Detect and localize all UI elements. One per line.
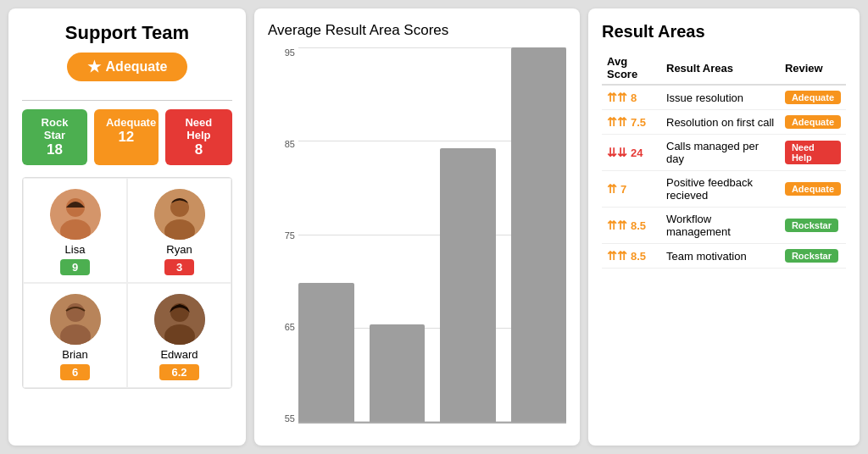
member-name-brian: Brian	[62, 348, 87, 361]
review-cell-3: Adequate	[780, 171, 846, 208]
team-member-edward: Edward 6.2	[127, 283, 231, 388]
member-score-brian: 6	[60, 364, 90, 380]
score-cell-3: ⇈ 7	[602, 171, 661, 208]
score-badges-group: Rock Star 18 Adequate 12 Need Help 8	[22, 109, 232, 165]
rockstar-label: Rock Star	[42, 116, 69, 141]
review-cell-2: Need Help	[780, 135, 846, 171]
member-name-edward: Edward	[160, 348, 198, 361]
area-cell-3: Positive feedback recieved	[661, 171, 780, 208]
table-row: ⇊⇊ 24 Calls managed per day Need Help	[602, 135, 846, 171]
y-axis: 95 85 75 65 55	[268, 47, 295, 424]
y-label-65: 65	[285, 322, 295, 332]
area-cell-0: Issue resolution	[661, 85, 780, 110]
arrow-icon-1: ⇈⇈	[607, 115, 627, 129]
arrow-icon-4: ⇈⇈	[607, 219, 627, 232]
member-name-ryan: Ryan	[166, 243, 192, 256]
support-team-title: Support Team	[65, 22, 189, 44]
avatar-edward	[154, 294, 205, 345]
arrow-icon-5: ⇈⇈	[607, 249, 627, 263]
y-label-75: 75	[285, 230, 295, 241]
adequate-label: Adequate	[106, 59, 168, 75]
chart-bars	[298, 47, 566, 424]
chart-panel: Average Result Area Scores 95 85 75 65 5…	[254, 8, 580, 446]
star-icon: ★	[87, 58, 101, 76]
rockstar-badge: Rock Star 18	[22, 109, 87, 165]
result-areas-title: Result Areas	[602, 22, 846, 42]
member-score-lisa: 9	[60, 259, 90, 275]
header-result-areas: Result Areas	[661, 52, 780, 85]
table-row: ⇈⇈ 8 Issue resolution Adequate	[602, 85, 846, 110]
table-row: ⇈ 7 Positive feedback recieved Adequate	[602, 171, 846, 208]
bar-4	[511, 47, 567, 422]
y-label-95: 95	[285, 47, 295, 58]
area-cell-5: Team motivation	[661, 244, 780, 269]
needhelp-label: Need Help	[185, 116, 212, 141]
main-container: Support Team ★ Adequate Rock Star 18 Ade…	[0, 0, 868, 454]
score-cell-0: ⇈⇈ 8	[602, 85, 661, 110]
adequate-score-label: Adequate	[106, 116, 156, 129]
result-table: Avg Score Result Areas Review ⇈⇈ 8 Issue…	[602, 52, 846, 269]
area-cell-1: Resolution on first call	[661, 110, 780, 135]
review-badge-0: Adequate	[785, 91, 841, 104]
table-row: ⇈⇈ 7.5 Resolution on first call Adequate	[602, 110, 846, 135]
chart-area: 95 85 75 65 55	[268, 47, 566, 432]
review-badge-4: Rockstar	[785, 219, 838, 232]
review-badge-1: Adequate	[785, 115, 841, 129]
svg-point-7	[66, 303, 85, 322]
score-cell-4: ⇈⇈ 8.5	[602, 208, 661, 244]
table-row: ⇈⇈ 8.5 Workflow management Rockstar	[602, 208, 846, 244]
score-value-5: 8.5	[631, 250, 646, 263]
area-cell-2: Calls managed per day	[661, 135, 780, 171]
team-member-ryan: Ryan 3	[127, 178, 231, 283]
divider-1	[22, 100, 232, 101]
review-badge-5: Rockstar	[785, 249, 838, 263]
bar-2	[370, 324, 426, 422]
arrow-icon-2: ⇊⇊	[607, 146, 627, 159]
review-cell-4: Rockstar	[780, 208, 846, 244]
y-label-85: 85	[285, 139, 295, 149]
review-badge-2: Need Help	[785, 141, 841, 164]
needhelp-badge: Need Help 8	[165, 109, 232, 165]
arrow-icon-0: ⇈⇈	[607, 91, 627, 104]
y-label-55: 55	[285, 413, 295, 424]
score-cell-5: ⇈⇈ 8.5	[602, 244, 661, 269]
team-member-brian: Brian 6	[23, 283, 127, 388]
header-avg-score: Avg Score	[602, 52, 661, 85]
chart-title: Average Result Area Scores	[268, 22, 566, 39]
review-badge-3: Adequate	[785, 182, 841, 196]
adequate-score-badge: Adequate 12	[94, 109, 159, 165]
adequate-badge: ★ Adequate	[67, 53, 188, 81]
area-cell-4: Workflow management	[661, 208, 780, 244]
member-score-ryan: 3	[164, 259, 194, 275]
avatar-lisa	[50, 189, 101, 240]
team-grid: Lisa 9 Ryan 3	[22, 177, 232, 389]
support-team-panel: Support Team ★ Adequate Rock Star 18 Ade…	[8, 8, 246, 446]
adequate-score-value: 12	[106, 129, 147, 146]
review-cell-5: Rockstar	[780, 244, 846, 269]
arrow-icon-3: ⇈	[607, 182, 617, 196]
rockstar-value: 18	[34, 141, 75, 158]
score-cell-2: ⇊⇊ 24	[602, 135, 661, 171]
review-cell-1: Adequate	[780, 110, 846, 135]
member-score-edward: 6.2	[159, 364, 198, 380]
member-name-lisa: Lisa	[65, 243, 86, 256]
table-row: ⇈⇈ 8.5 Team motivation Rockstar	[602, 244, 846, 269]
team-member-lisa: Lisa 9	[23, 178, 127, 283]
score-cell-1: ⇈⇈ 7.5	[602, 110, 661, 135]
table-header-row: Avg Score Result Areas Review	[602, 52, 846, 85]
result-areas-panel: Result Areas Avg Score Result Areas Revi…	[588, 8, 860, 446]
score-value-2: 24	[631, 147, 643, 159]
score-value-3: 7	[620, 183, 626, 196]
score-value-4: 8.5	[631, 219, 646, 232]
avatar-brian	[50, 294, 101, 345]
avatar-ryan	[154, 189, 205, 240]
score-value-1: 7.5	[631, 116, 646, 129]
score-value-0: 8	[631, 91, 637, 104]
bar-3	[440, 148, 496, 422]
header-review: Review	[780, 52, 846, 85]
review-cell-0: Adequate	[780, 85, 846, 110]
bar-1	[298, 283, 354, 422]
needhelp-value: 8	[177, 141, 220, 158]
